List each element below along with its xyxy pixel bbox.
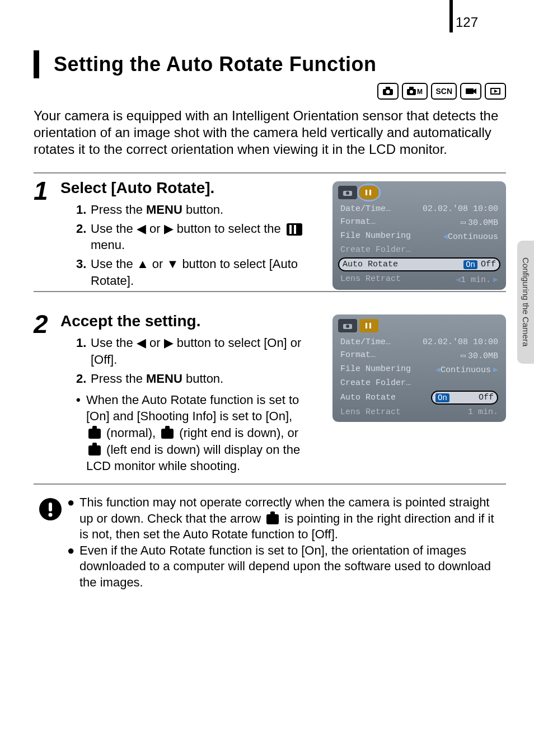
bullet-dot: ● xyxy=(67,543,79,591)
label: File Numbering xyxy=(340,364,411,375)
right-arrow-icon: ▶ xyxy=(493,365,498,375)
tab-camera-icon xyxy=(338,319,357,332)
intro-text: Your camera is equipped with an Intellig… xyxy=(34,107,506,158)
svg-point-21 xyxy=(49,513,53,516)
step1-item1-text: Press the MENU button. xyxy=(91,201,306,218)
menu-tabs xyxy=(336,185,503,203)
step2-item2-num: 2. xyxy=(76,370,91,387)
bullet-dot: ● xyxy=(67,495,79,543)
svg-point-16 xyxy=(346,325,349,328)
side-tab-label: Configuring the Camera xyxy=(521,257,531,346)
frag: (normal), xyxy=(103,426,159,440)
orientation-right-icon xyxy=(161,429,174,439)
label: Date/Time… xyxy=(340,337,391,347)
mode-icon-playback xyxy=(485,83,506,100)
auto-rotate-highlight: Auto Rotate OnOff xyxy=(338,257,500,271)
mode-icon-movie xyxy=(460,83,481,100)
page-number: 127 xyxy=(456,15,478,30)
label: Create Folder… xyxy=(340,245,411,255)
frag: Use the ◀ or ▶ button to select the xyxy=(91,222,284,236)
step-2-body: 1. Use the ◀ or ▶ button to select [On] … xyxy=(76,335,306,475)
tools-menu-icon xyxy=(287,223,302,236)
mode-icons-row: M SCN xyxy=(34,83,506,100)
svg-rect-14 xyxy=(369,190,371,195)
label: Format… xyxy=(340,350,376,361)
label: File Numbering xyxy=(340,231,411,242)
menu-row-autorotate: Auto Rotate On Off xyxy=(336,389,503,406)
on-badge: On xyxy=(435,393,449,402)
step2-item1-num: 1. xyxy=(76,335,91,368)
page: 127 Configuring the Camera Setting the A… xyxy=(0,0,534,756)
label: Auto Rotate xyxy=(340,393,396,402)
step1-item2: 2. Use the ◀ or ▶ button to select the m… xyxy=(76,220,306,253)
step1-item3-num: 3. xyxy=(76,256,91,289)
menu-row-format: Format…30.0MB xyxy=(336,349,503,363)
svg-point-5 xyxy=(410,90,413,93)
svg-marker-8 xyxy=(474,88,476,94)
header-rule xyxy=(449,0,453,32)
menu-word: MENU xyxy=(146,372,182,386)
caution-text-1: This function may not operate correctly … xyxy=(79,495,506,543)
value: Continuous xyxy=(441,365,491,375)
frag: Press the xyxy=(91,203,146,217)
step2-bullet: • When the Auto Rotate function is set t… xyxy=(76,392,306,475)
mode-icon-camera xyxy=(377,83,399,100)
step1-item3: 3. Use the ▲ or ▼ button to select [Auto… xyxy=(76,256,306,289)
svg-rect-18 xyxy=(369,323,371,328)
side-tab: Configuring the Camera xyxy=(517,241,534,364)
svg-rect-4 xyxy=(409,87,414,90)
mode-icon-scn: SCN xyxy=(431,83,457,100)
left-arrow-icon: ◀ xyxy=(435,365,441,375)
menu-row-filenum: File Numbering◀Continuous xyxy=(336,229,503,243)
orientation-left-icon xyxy=(88,445,101,456)
menu-row-date: Date/Time…02.02.'08 10:00 xyxy=(336,336,503,349)
step2-item1: 1. Use the ◀ or ▶ button to select [On] … xyxy=(76,335,306,368)
step-2: 2 Accept the setting. 1. Use the ◀ or ▶ … xyxy=(34,307,506,485)
value: 30.0MB xyxy=(468,351,498,361)
label: Create Folder… xyxy=(340,378,411,388)
label: Lens Retract xyxy=(340,274,401,285)
bullet-dot: • xyxy=(76,392,86,475)
frag: button. xyxy=(182,372,223,386)
caution-text-2: Even if the Auto Rotate function is set … xyxy=(79,543,506,591)
step1-item3-text: Use the ▲ or ▼ button to select [Auto Ro… xyxy=(91,256,306,289)
menu-word: MENU xyxy=(146,203,182,217)
section-title: Setting the Auto Rotate Function xyxy=(54,53,506,76)
value: 1 min. xyxy=(461,275,491,285)
mode-icon-camera-m: M xyxy=(402,83,428,100)
left-arrow-icon: ◀ xyxy=(456,275,461,285)
label: Auto Rotate xyxy=(343,260,398,269)
value: 30.0MB xyxy=(468,218,498,228)
off-label: Off xyxy=(479,393,494,402)
frag: (left end is down) will display on the L… xyxy=(86,443,300,473)
svg-rect-7 xyxy=(466,88,474,94)
step-1: 1 Select [Auto Rotate]. 1. Press the MEN… xyxy=(34,172,506,292)
step-1-number: 1 xyxy=(34,176,48,206)
value: 02.02.'08 10:00 xyxy=(423,337,498,347)
tab-camera-icon xyxy=(338,186,357,199)
frag: When the Auto Rotate function is set to … xyxy=(86,393,299,424)
right-arrow-icon: ▶ xyxy=(493,275,498,285)
onoff: OnOff xyxy=(463,260,496,269)
caution-item-1: ● This function may not operate correctl… xyxy=(67,495,506,543)
disk-icon xyxy=(461,351,468,361)
label: Date/Time… xyxy=(340,204,391,214)
orientation-arrow-icon xyxy=(266,514,279,524)
step-2-number: 2 xyxy=(34,309,48,339)
menu-screenshot-1: Date/Time…02.02.'08 10:00 Format…30.0MB … xyxy=(332,181,506,290)
svg-point-2 xyxy=(386,90,390,94)
menu-row-folder: Create Folder… xyxy=(336,243,503,256)
menu-row-filenum: File Numbering◀Continuous▶ xyxy=(336,363,503,377)
step1-item2-text: Use the ◀ or ▶ button to select the menu… xyxy=(91,220,306,253)
step2-item2: 2. Press the MENU button. xyxy=(76,370,306,387)
svg-point-12 xyxy=(346,191,349,195)
step-1-body: 1. Press the MENU button. 2. Use the ◀ o… xyxy=(76,201,306,289)
menu-row-date: Date/Time…02.02.'08 10:00 xyxy=(336,203,503,215)
svg-marker-10 xyxy=(494,90,498,93)
value: 02.02.'08 10:00 xyxy=(423,204,498,214)
frag: (right end is down), or xyxy=(176,426,298,440)
label: Lens Retract xyxy=(340,407,401,417)
svg-text:M: M xyxy=(417,88,423,96)
tab-tools-icon xyxy=(359,319,378,332)
step2-item2-text: Press the MENU button. xyxy=(91,370,306,387)
